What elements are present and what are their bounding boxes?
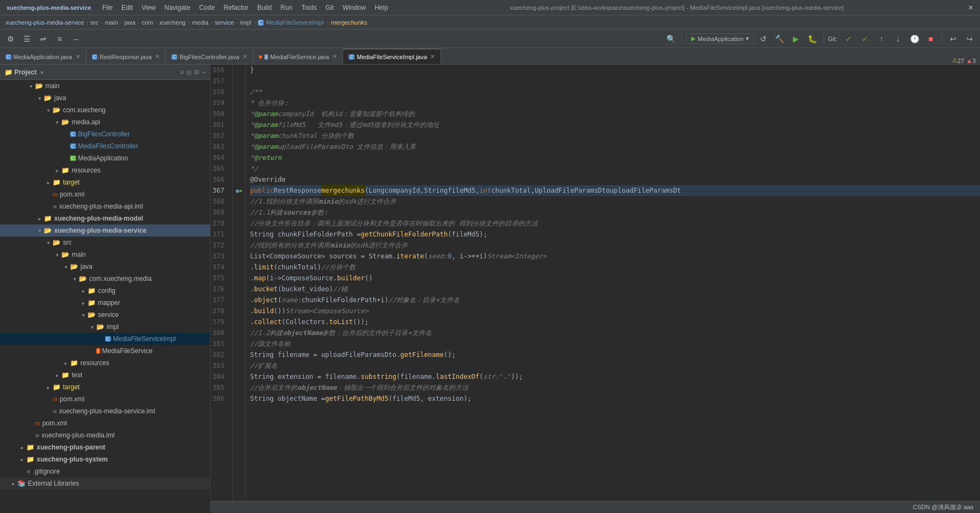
breadcrumb-class[interactable]: CMediaFileServiceImpl — [257, 19, 326, 26]
tab-media-application[interactable]: C MediaApplication.java ✕ — [0, 49, 86, 64]
tree-media-files-ctrl[interactable]: C MediaFilesController — [0, 140, 210, 152]
breadcrumb-com[interactable]: com — [141, 19, 154, 26]
tree-ext-libs[interactable]: ▸ 📚 External Libraries — [0, 477, 210, 489]
tree-pom-svc[interactable]: m pom.xml — [0, 393, 210, 405]
toolbar-search[interactable]: 🔍 — [664, 32, 678, 46]
menu-file[interactable]: File — [98, 0, 117, 15]
toolbar-run-btn[interactable]: ▶ — [789, 32, 803, 46]
tree-java2[interactable]: ▾ 📂 java — [0, 261, 210, 273]
tab-big-files-controller[interactable]: C BigFilesController.java ✕ — [166, 49, 253, 64]
breadcrumb-service[interactable]: service — [214, 19, 235, 26]
toolbar-settings[interactable]: ⚙ — [3, 32, 18, 46]
menu-tools[interactable]: Tools — [297, 0, 321, 15]
git-upload[interactable]: ↑ — [874, 32, 889, 46]
tab-label-4: MediaFileService.java — [270, 54, 329, 60]
tree-parent[interactable]: ▸ 📁 xuecheng-plus-parent — [0, 441, 210, 453]
tree-pom-api[interactable]: m pom.xml — [0, 188, 210, 200]
toolbar-gear2[interactable]: ≡ — [53, 32, 67, 46]
git-check2[interactable]: ✓ — [858, 32, 872, 46]
breadcrumb-media[interactable]: media — [191, 19, 210, 26]
tree-system[interactable]: ▸ 📁 xuecheng-plus-system — [0, 453, 210, 465]
run-config-selector[interactable]: ▶ MediaApplication ▾ — [686, 33, 754, 44]
tree-src[interactable]: ▾ 📂 src — [0, 237, 210, 249]
breadcrumb-xuecheng[interactable]: xuecheng — [159, 19, 187, 26]
menu-run[interactable]: Run — [276, 0, 297, 15]
tree-test[interactable]: ▸ 📁 test — [0, 369, 210, 381]
sidebar-locate[interactable]: ◎ — [186, 68, 192, 76]
breadcrumb-java[interactable]: java — [123, 19, 136, 26]
gutter-372 — [233, 240, 246, 251]
toolbar-debug[interactable]: 🐛 — [805, 32, 820, 46]
tree-mapper[interactable]: ▸ 📁 mapper — [0, 297, 210, 309]
close-button[interactable]: ✕ — [961, 4, 980, 11]
tree-big-files-ctrl[interactable]: C BigFilesController — [0, 128, 210, 140]
toolbar-diff[interactable]: ⇌ — [36, 32, 50, 46]
tree-arrow-system: ▸ — [18, 457, 26, 463]
menu-code[interactable]: Code — [195, 0, 219, 15]
sidebar-arrow[interactable]: ▾ — [40, 70, 43, 76]
code-editor[interactable]: } /** * 合并分块: * @param companyId 机构id：需要… — [246, 65, 980, 501]
tab-close-4[interactable]: ✕ — [332, 53, 337, 60]
tree-main[interactable]: ▾ 📂 main — [0, 80, 210, 92]
tree-resources-api[interactable]: ▸ 📁 resources — [0, 164, 210, 176]
tree-iml-media[interactable]: ≋ xuecheng-plus-media.iml — [0, 429, 210, 441]
ln-369: 369 — [211, 207, 228, 218]
tree-media-app[interactable]: C MediaApplication — [0, 152, 210, 164]
tree-com-xuecheng[interactable]: ▾ 📂 com.xuecheng — [0, 104, 210, 116]
tab-rest-response[interactable]: C RestResponse.java ✕ — [86, 49, 166, 64]
tab-close-2[interactable]: ✕ — [155, 53, 160, 60]
tree-resources-svc[interactable]: ▸ 📁 resources — [0, 357, 210, 369]
tree-impl-folder[interactable]: ▾ 📂 impl — [0, 321, 210, 333]
git-check1[interactable]: ✓ — [842, 32, 856, 46]
tree-media-service-impl[interactable]: C MediaFileServiceImpl — [0, 333, 210, 345]
git-clock[interactable]: 🕐 — [907, 32, 921, 46]
toolbar-refresh[interactable]: ↺ — [756, 32, 770, 46]
gutter-359 — [233, 97, 246, 108]
tree-config[interactable]: ▸ 📁 config — [0, 285, 210, 297]
tree-media-api[interactable]: ▾ 📂 media.api — [0, 116, 210, 128]
menu-navigate[interactable]: Navigate — [160, 0, 195, 15]
breadcrumb-impl[interactable]: impl — [239, 19, 252, 26]
toolbar-undo[interactable]: ↩ — [946, 32, 960, 46]
tree-media-model[interactable]: ▸ 📁 xuecheng-plus-media-model — [0, 212, 210, 224]
tree-label-big-files: BigFilesController — [78, 130, 130, 138]
tree-gitignore[interactable]: ≋ .gitignore — [0, 465, 210, 477]
tab-close-3[interactable]: ✕ — [242, 53, 247, 60]
tree-media-service[interactable]: ▾ 📂 xuecheng-plus-media-service — [0, 224, 210, 237]
toolbar-collapse[interactable]: – — [69, 32, 83, 46]
tree-pom-root[interactable]: m pom.xml — [0, 417, 210, 429]
breadcrumb-method[interactable]: mergechunks — [330, 19, 368, 26]
menu-edit[interactable]: Edit — [117, 0, 137, 15]
breadcrumb-main[interactable]: main — [104, 19, 119, 26]
breadcrumb-project[interactable]: xuecheng-plus-media-service — [4, 19, 85, 26]
tab-media-file-service[interactable]: I MediaFileService.java ✕ — [253, 49, 343, 64]
tree-java[interactable]: ▾ 📂 java — [0, 92, 210, 104]
tree-target-api[interactable]: ▸ 📁 target — [0, 176, 210, 188]
sidebar-hide[interactable]: – — [202, 68, 206, 76]
tree-main2[interactable]: ▾ 📂 main — [0, 249, 210, 261]
git-download[interactable]: ↓ — [891, 32, 905, 46]
tree-com-media[interactable]: ▾ 📂 com.xuecheng.media — [0, 273, 210, 285]
breadcrumb-src[interactable]: src — [89, 19, 100, 26]
toolbar-build[interactable]: 🔨 — [773, 32, 787, 46]
menu-window[interactable]: Window — [338, 0, 370, 15]
menu-refactor[interactable]: Refactor — [219, 0, 253, 15]
menu-help[interactable]: Help — [370, 0, 393, 15]
tree-service-folder[interactable]: ▾ 📂 service — [0, 309, 210, 321]
menu-view[interactable]: View — [137, 0, 160, 15]
menu-git[interactable]: Git — [321, 0, 338, 15]
tree-iml-svc[interactable]: ≋ xuecheng-plus-media-service.iml — [0, 405, 210, 417]
toolbar-redo[interactable]: ↪ — [962, 32, 977, 46]
tab-close-1[interactable]: ✕ — [76, 53, 80, 60]
tree-iml-api[interactable]: ≋ xuecheng-plus-media-api.iml — [0, 200, 210, 212]
tree-target-svc[interactable]: ▸ 📁 target — [0, 381, 210, 393]
tab-close-5[interactable]: ✕ — [430, 53, 435, 60]
menu-build[interactable]: Build — [253, 0, 276, 15]
git-stop[interactable]: ■ — [924, 32, 938, 46]
sidebar-collapse-all[interactable]: ≡ — [180, 68, 184, 76]
code-line-384: String extension = filename.substring(fi… — [250, 371, 980, 382]
tab-media-file-service-impl[interactable]: C MediaFileServiceImpl.java ✕ — [343, 49, 441, 64]
toolbar-layout[interactable]: ☰ — [20, 32, 34, 46]
tree-media-service-iface[interactable]: I MediaFileService — [0, 345, 210, 357]
sidebar-settings[interactable]: ⚙ — [194, 68, 200, 76]
